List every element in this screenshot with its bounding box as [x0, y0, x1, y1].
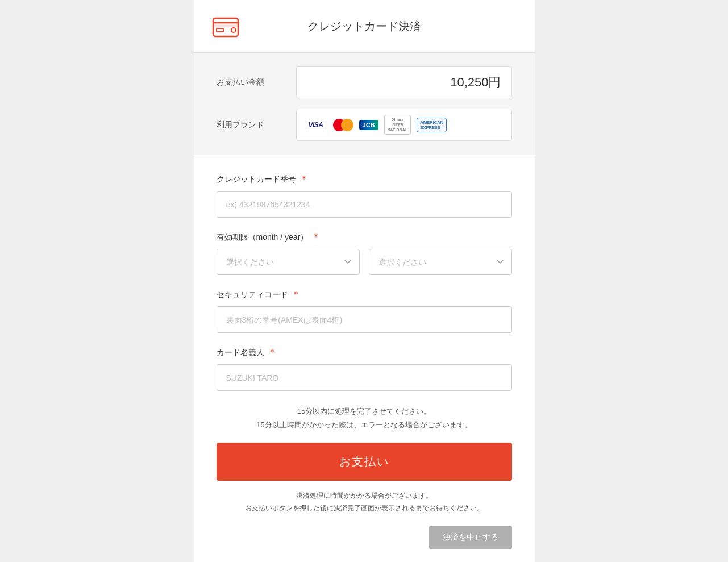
expiry-row: 選択ください 01020304 05060708 09101112 選択ください… — [217, 249, 512, 275]
header: クレジットカード決済 — [194, 0, 535, 53]
svg-point-4 — [231, 28, 236, 32]
form-section: クレジットカード番号 ＊ 有効期限（month / year） ＊ 選択ください… — [194, 155, 535, 562]
visa-icon: VISA — [305, 119, 327, 131]
expiry-year-select[interactable]: 選択ください 2024202520262027 202820292030 — [369, 249, 512, 275]
time-warning: 15分以内に処理を完了させてください。 15分以上時間がかかった際は、エラーとな… — [217, 405, 512, 431]
card-number-input[interactable] — [217, 191, 512, 218]
required-mark-name: ＊ — [268, 347, 277, 359]
brand-icons-container: VISA JCB DinersINTERNATIONAL AMERICANEXP… — [296, 109, 512, 141]
svg-rect-0 — [213, 18, 238, 36]
card-number-label: クレジットカード番号 ＊ — [217, 173, 512, 185]
expiry-group: 有効期限（month / year） ＊ 選択ください 01020304 050… — [217, 231, 512, 275]
card-name-label: カード名義人 ＊ — [217, 347, 512, 359]
amount-label: お支払い金額 — [217, 77, 296, 88]
brand-label: 利用ブランド — [217, 120, 296, 130]
security-code-group: セキュリティコード ＊ — [217, 289, 512, 333]
card-name-group: カード名義人 ＊ — [217, 347, 512, 391]
payment-note: 決済処理に時間がかかる場合がございます。 お支払いボタンを押した後に決済完了画面… — [217, 490, 512, 514]
security-code-input[interactable] — [217, 306, 512, 333]
required-mark-expiry: ＊ — [311, 231, 321, 243]
card-name-input[interactable] — [217, 364, 512, 391]
amex-icon: AMERICANEXPRESS — [417, 118, 447, 132]
required-mark-card: ＊ — [299, 173, 309, 185]
mastercard-icon — [333, 119, 353, 131]
page-title: クレジットカード決済 — [242, 19, 487, 34]
security-code-label: セキュリティコード ＊ — [217, 289, 512, 301]
brand-row: 利用ブランド VISA JCB DinersINTERNATIONAL AMER… — [217, 109, 512, 141]
credit-card-icon — [210, 10, 242, 42]
required-mark-security: ＊ — [292, 289, 301, 301]
cancel-area: 決済を中止する — [217, 526, 512, 549]
expiry-month-select[interactable]: 選択ください 01020304 05060708 09101112 — [217, 249, 360, 275]
svg-rect-3 — [217, 28, 223, 32]
pay-button[interactable]: お支払い — [217, 443, 512, 481]
expiry-label: 有効期限（month / year） ＊ — [217, 231, 512, 243]
card-number-group: クレジットカード番号 ＊ — [217, 173, 512, 218]
amount-row: お支払い金額 10,250円 — [217, 66, 512, 98]
cancel-button[interactable]: 決済を中止する — [429, 526, 512, 549]
payment-info-section: お支払い金額 10,250円 利用ブランド VISA JCB DinersINT… — [194, 53, 535, 155]
amount-value: 10,250円 — [296, 66, 512, 98]
diners-icon: DinersINTERNATIONAL — [384, 115, 411, 135]
jcb-icon: JCB — [359, 120, 378, 130]
